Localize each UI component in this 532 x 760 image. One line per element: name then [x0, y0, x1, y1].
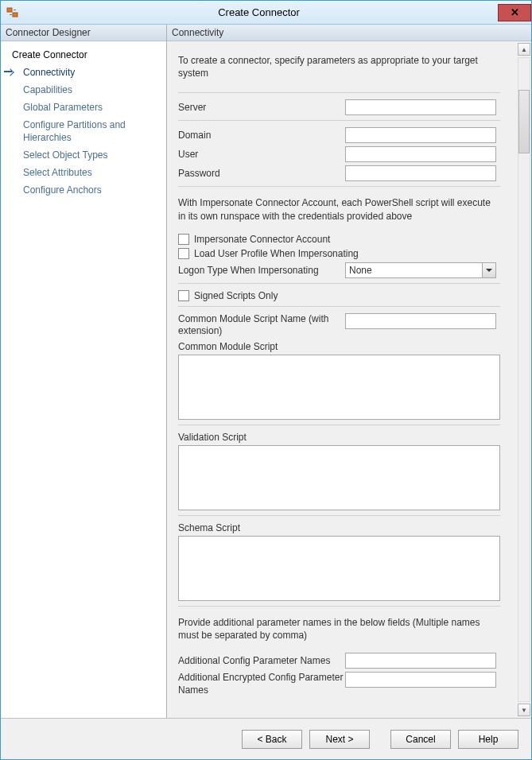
user-label: User — [178, 149, 345, 160]
field-row-logontype: Logon Type When Impersonating None — [178, 262, 509, 278]
content-panel: Connectivity To create a connector, spec… — [167, 25, 531, 718]
common-script-label: Common Module Script — [178, 341, 509, 352]
impersonate-check-row[interactable]: Impersonate Connector Account — [178, 234, 509, 245]
logontype-select[interactable]: None — [345, 262, 496, 278]
field-row-password: Password — [178, 165, 509, 181]
main-area: Connector Designer Create Connector Conn… — [1, 25, 531, 718]
svg-rect-0 — [7, 8, 12, 12]
signed-check-label: Signed Scripts Only — [194, 290, 278, 301]
nav-item-connectivity[interactable]: Connectivity — [1, 64, 166, 81]
addl-config-label: Additional Config Parameter Names — [178, 655, 345, 666]
nav-item-create-connector[interactable]: Create Connector — [1, 46, 166, 64]
password-input[interactable] — [345, 165, 496, 181]
server-label: Server — [178, 102, 345, 113]
cancel-button[interactable]: Cancel — [390, 730, 451, 749]
nav-item-global-parameters[interactable]: Global Parameters — [1, 99, 166, 116]
active-arrow-icon — [4, 71, 12, 72]
chevron-down-icon — [482, 263, 495, 277]
logontype-label: Logon Type When Impersonating — [178, 265, 345, 276]
nav-item-select-attributes[interactable]: Select Attributes — [1, 164, 166, 181]
impersonate-check-label: Impersonate Connector Account — [194, 234, 330, 245]
sidebar-header: Connector Designer — [1, 25, 166, 41]
impersonate-checkbox[interactable] — [178, 234, 189, 245]
nav-item-configure-partitions[interactable]: Configure Partitions and Hierarchies — [1, 116, 166, 146]
close-button[interactable]: ✕ — [498, 4, 531, 21]
divider — [178, 425, 500, 425]
field-row-addl-config: Additional Config Parameter Names — [178, 653, 509, 669]
addl-encrypted-input[interactable] — [345, 672, 496, 688]
additional-desc: Provide additional parameter names in th… — [178, 613, 500, 649]
vertical-scrollbar[interactable]: ▲ ▼ — [517, 41, 531, 718]
next-button[interactable]: Next > — [309, 730, 370, 749]
back-button[interactable]: < Back — [242, 730, 302, 749]
app-icon — [6, 6, 20, 20]
divider — [178, 92, 500, 93]
divider — [178, 186, 500, 187]
intro-text: To create a connector, specify parameter… — [178, 51, 496, 87]
field-row-addl-encrypted: Additional Encrypted Config Parameter Na… — [178, 672, 509, 696]
signed-check-row[interactable]: Signed Scripts Only — [178, 290, 509, 301]
divider — [178, 606, 500, 607]
field-row-domain: Domain — [178, 127, 509, 143]
impersonate-desc: With Impersonate Connector Account, each… — [178, 193, 500, 230]
field-row-common-name: Common Module Script Name (with extensio… — [178, 313, 509, 338]
validation-textarea[interactable] — [178, 445, 500, 510]
scroll-track[interactable] — [518, 57, 530, 702]
wizard-footer: < Back Next > Cancel Help — [1, 718, 531, 759]
divider — [178, 283, 500, 284]
svg-rect-1 — [13, 13, 17, 17]
divider — [178, 306, 500, 307]
schema-label: Schema Script — [178, 522, 509, 533]
logontype-value: None — [346, 265, 482, 276]
divider — [178, 515, 500, 516]
close-icon: ✕ — [511, 6, 519, 18]
user-input[interactable] — [345, 146, 496, 162]
nav-item-capabilities[interactable]: Capabilities — [1, 81, 166, 99]
svg-rect-2 — [10, 14, 12, 15]
title-bar: Create Connector ✕ — [1, 1, 531, 25]
content-body: To create a connector, specify parameter… — [167, 41, 531, 718]
scroll-down-arrow-icon[interactable]: ▼ — [518, 704, 530, 716]
loadprofile-check-label: Load User Profile When Impersonating — [194, 248, 359, 259]
divider — [178, 120, 500, 121]
field-row-user: User — [178, 146, 509, 162]
help-button[interactable]: Help — [458, 730, 518, 749]
domain-label: Domain — [178, 130, 345, 141]
password-label: Password — [178, 168, 345, 179]
common-script-textarea[interactable] — [178, 355, 500, 420]
loadprofile-check-row[interactable]: Load User Profile When Impersonating — [178, 248, 509, 259]
signed-checkbox[interactable] — [178, 290, 189, 301]
nav-item-select-object-types[interactable]: Select Object Types — [1, 146, 166, 164]
nav-list: Create Connector Connectivity Capabiliti… — [1, 41, 166, 204]
form-area: To create a connector, specify parameter… — [167, 41, 517, 718]
domain-input[interactable] — [345, 127, 496, 143]
svg-rect-3 — [14, 10, 16, 10]
common-name-label: Common Module Script Name (with extensio… — [178, 313, 345, 338]
field-row-server: Server — [178, 99, 509, 115]
scroll-thumb[interactable] — [518, 90, 530, 153]
addl-config-input[interactable] — [345, 653, 496, 669]
loadprofile-checkbox[interactable] — [178, 248, 189, 259]
window-title: Create Connector — [20, 6, 498, 18]
validation-label: Validation Script — [178, 432, 509, 443]
content-header: Connectivity — [167, 25, 531, 41]
addl-encrypted-label: Additional Encrypted Config Parameter Na… — [178, 672, 345, 696]
sidebar: Connector Designer Create Connector Conn… — [1, 25, 167, 718]
nav-item-configure-anchors[interactable]: Configure Anchors — [1, 181, 166, 199]
server-input[interactable] — [345, 99, 496, 115]
schema-textarea[interactable] — [178, 536, 500, 601]
scroll-up-arrow-icon[interactable]: ▲ — [518, 43, 530, 56]
common-name-input[interactable] — [345, 313, 496, 329]
